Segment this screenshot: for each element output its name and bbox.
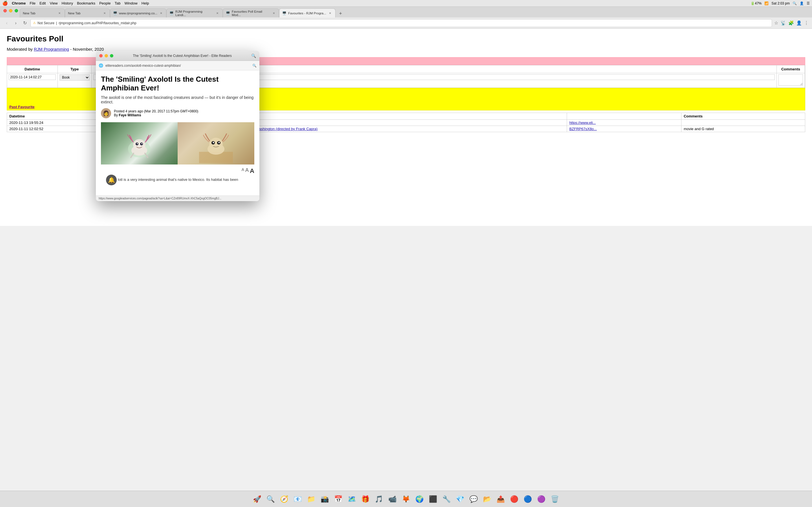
tab-3[interactable]: 🖥️ www.rjmprogramming.co... × — [110, 8, 166, 17]
popup-minimize[interactable] — [105, 54, 108, 57]
lock-icon: ⚠ — [33, 21, 36, 25]
popup-search-icon[interactable]: 🔍 — [251, 54, 256, 58]
tab-3-close[interactable]: × — [159, 11, 163, 15]
menu-people[interactable]: People — [99, 1, 110, 5]
tab-4-favicon: 🖥️ — [169, 11, 174, 15]
popup-favicon: 🌐 — [99, 63, 103, 68]
axolotl-image-left — [101, 122, 177, 165]
popup-title: The 'Smiling' Axolotl Is the Cutest Amph… — [116, 54, 249, 58]
window-minimize[interactable] — [9, 9, 12, 12]
popup-search-btn[interactable]: 🔍 — [252, 64, 257, 68]
menu-bar-left: 🍎 Chrome File Edit View History Bookmark… — [2, 1, 149, 6]
datetime-input[interactable] — [9, 74, 56, 80]
tab-5-label: Favourites Poll Email Mod... — [232, 10, 270, 17]
author-name-text: Faye Williams — [119, 113, 141, 117]
popup-close[interactable] — [99, 54, 103, 57]
author-row: 👩 Posted 4 years ago (Mar 20, 2017 11:57… — [101, 108, 254, 118]
menu-history[interactable]: History — [61, 1, 73, 5]
author-avatar: 👩 — [101, 108, 111, 118]
menu-bookmarks[interactable]: Bookmarks — [77, 1, 95, 5]
not-secure-label: Not Secure — [38, 21, 54, 25]
tab-4-label: RJM Programming Landi... — [175, 10, 213, 17]
article-subtitle: The axolotl is one of the most fascinati… — [101, 95, 254, 104]
menu-file[interactable]: File — [30, 1, 36, 5]
svg-point-6 — [141, 143, 142, 144]
tab-1-close[interactable]: × — [57, 11, 62, 15]
tab-5-close[interactable]: × — [272, 11, 276, 15]
menu-view[interactable]: View — [50, 1, 57, 5]
window-controls — [3, 9, 18, 12]
author-posted: Posted 4 years ago (Mar 20, 2017 11:57pm… — [114, 109, 198, 113]
menu-tab[interactable]: Tab — [114, 1, 120, 5]
apple-menu[interactable]: 🍎 — [2, 1, 8, 6]
tab-6-favicon: 🖥️ — [282, 11, 287, 15]
reload-button[interactable]: ↻ — [21, 20, 28, 26]
tab-2-label: New Tab — [68, 11, 81, 15]
menu-help[interactable]: Help — [142, 1, 149, 5]
tab-2-close[interactable]: × — [102, 11, 107, 15]
axolotl-svg-left — [122, 124, 156, 163]
subtitle-link[interactable]: RJM Programming — [34, 47, 69, 52]
tab-5[interactable]: 🖥️ Favourites Poll Email Mod... × — [223, 8, 279, 17]
menu-chrome[interactable]: Chrome — [12, 1, 26, 5]
font-size-large[interactable]: A — [250, 167, 254, 175]
page-title: Favourites Poll — [7, 34, 406, 43]
tab-bar: New Tab × New Tab × 🖥️ www.rjmprogrammin… — [0, 7, 406, 17]
address-bar: ‹ › ↻ ⚠ Not Secure | rjmprogramming.com.… — [0, 17, 406, 29]
input-type-cell: Book Movie Amphibian Music — [58, 73, 92, 88]
menu-window[interactable]: Window — [124, 1, 137, 5]
tab-2[interactable]: New Tab × — [65, 8, 110, 17]
popup-controls — [99, 54, 113, 57]
svg-point-2 — [133, 139, 146, 151]
window-close[interactable] — [3, 9, 7, 12]
tab-1-label: New Tab — [23, 11, 36, 15]
font-size-small[interactable]: A — [242, 167, 244, 175]
tab-5-favicon: 🖥️ — [226, 11, 230, 15]
author-name: By Faye Williams — [114, 113, 198, 117]
axolotl-svg-right — [199, 124, 233, 163]
menu-edit[interactable]: Edit — [40, 1, 46, 5]
tab-3-label: www.rjmprogramming.co... — [119, 11, 157, 15]
svg-point-5 — [137, 143, 138, 144]
svg-point-11 — [209, 138, 223, 150]
subtitle-prefix: Moderated by — [7, 47, 34, 52]
popup-titlebar: The 'Smiling' Axolotl Is the Cutest Amph… — [96, 51, 259, 61]
popup-address-bar: 🌐 elitereaders.com/axolotl-mexico-cutest… — [96, 61, 259, 70]
input-datetime-cell — [7, 73, 58, 88]
popup-maximize[interactable] — [110, 54, 113, 57]
font-size-medium[interactable]: A — [245, 167, 249, 175]
notification-bell-icon[interactable]: 🔔 — [106, 175, 117, 185]
type-select[interactable]: Book Movie Amphibian Music — [59, 74, 90, 80]
author-info: Posted 4 years ago (Mar 20, 2017 11:57pm… — [114, 109, 198, 117]
tab-4[interactable]: 🖥️ RJM Programming Landi... × — [166, 8, 223, 17]
menu-bar: 🍎 Chrome File Edit View History Bookmark… — [0, 0, 406, 7]
svg-point-14 — [213, 142, 214, 144]
url-text: rjmprogramming.com.au/PHP/favourites_mid… — [59, 21, 136, 25]
font-size-controls: A A A — [101, 167, 254, 175]
svg-point-15 — [218, 142, 220, 144]
tab-6-close[interactable]: × — [328, 11, 333, 15]
col-type: Type — [58, 65, 92, 73]
popup-window: The 'Smiling' Axolotl Is the Cutest Amph… — [96, 51, 259, 201]
separator: | — [56, 21, 57, 25]
tab-6-active[interactable]: 🖥️ Favourites - RJM Progra... × — [279, 8, 336, 17]
back-button[interactable]: ‹ — [3, 20, 10, 26]
past-favourites-label: Past Favourite — [9, 105, 35, 109]
article-body-text: lotl is a very interesting animal that's… — [101, 177, 254, 182]
forward-button[interactable]: › — [12, 20, 19, 26]
window-maximize[interactable] — [15, 9, 18, 12]
url-field[interactable]: ⚠ Not Secure | rjmprogramming.com.au/PHP… — [31, 19, 406, 27]
tab-4-close[interactable]: × — [215, 11, 220, 15]
tab-1[interactable]: New Tab × — [20, 8, 65, 17]
article-title: The 'Smiling' Axolotl Is the Cutest Amph… — [101, 75, 254, 93]
tab-3-favicon: 🖥️ — [113, 11, 117, 15]
article-image-grid — [101, 122, 254, 165]
col-datetime: Datetime — [7, 65, 58, 73]
popup-content: The 'Smiling' Axolotl Is the Cutest Amph… — [96, 70, 259, 195]
popup-footer-url: https://www.googleadservices.com/pagead/… — [96, 195, 259, 201]
new-tab-button[interactable]: + — [337, 10, 345, 17]
popup-url: elitereaders.com/axolotl-mexico-cutest-a… — [105, 64, 250, 68]
article-body: 🔔 lotl is a very interesting animal that… — [101, 177, 254, 191]
tab-6-label: Favourites - RJM Progra... — [288, 11, 326, 15]
axolotl-image-right — [177, 122, 254, 165]
